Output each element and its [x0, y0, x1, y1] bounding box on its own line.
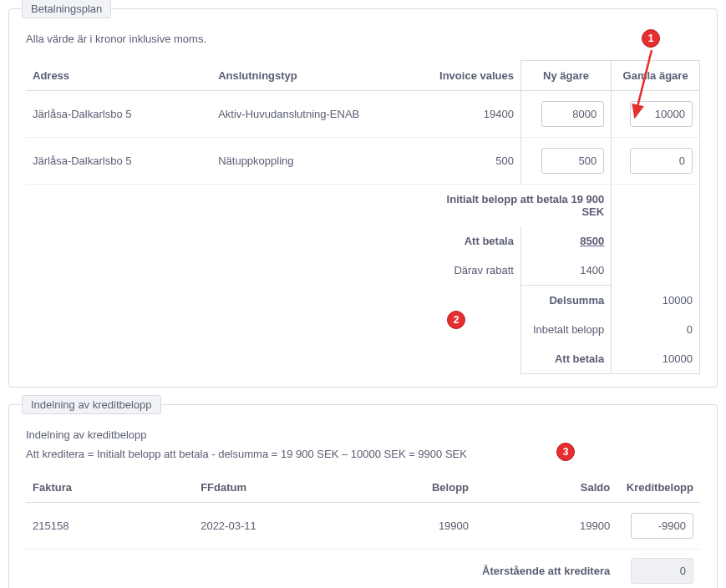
payment-plan-section: Betalningsplan Alla värde är i kronor in… — [8, 8, 718, 388]
cell-ny — [520, 91, 611, 138]
col-invoice-values: Invoice values — [415, 61, 521, 91]
col-ny-agare: Ny ägare — [520, 61, 611, 91]
inbetalt-label: Inbetalt belopp — [520, 315, 611, 344]
col-anslutningstyp: Anslutningstyp — [211, 61, 414, 91]
summary-delsumma: Delsumma 10000 — [26, 286, 700, 316]
cell-saldo: 19900 — [475, 503, 617, 550]
cell-faktura: 215158 — [26, 503, 194, 550]
summary-att-betala: Att betala 8500 — [26, 226, 700, 256]
cell-typ: Nätuppkoppling — [211, 138, 414, 185]
section-title: Indelning av kreditbelopp — [22, 395, 161, 414]
ny-agare-input[interactable] — [541, 148, 604, 174]
cell-typ: Aktiv-Huvudanslutning-ENAB — [211, 91, 414, 138]
summary-inbetalt: Inbetalt belopp 0 — [26, 315, 700, 344]
inbetalt-value: 0 — [612, 315, 700, 344]
summary-aterstaende: Återstående att kreditera — [26, 550, 700, 589]
col-adress: Adress — [26, 61, 211, 91]
credit-subtitle: Indelning av kreditbelopp — [26, 428, 700, 441]
cell-gamla — [612, 91, 700, 138]
credit-formula: Att kreditera = Initialt belopp att beta… — [26, 448, 700, 460]
section-subtext: Alla värde är i kronor inklusive moms. — [26, 33, 700, 45]
cell-ny — [520, 138, 611, 185]
annotation-badge-2: 2 — [447, 311, 465, 329]
credit-split-section: Indelning av kreditbelopp Indelning av k… — [8, 404, 718, 588]
att-betala-label: Att betala — [415, 226, 521, 256]
gamla-agare-input[interactable] — [630, 148, 693, 174]
cell-adress: Järlåsa-Dalkarlsbo 5 — [26, 138, 211, 185]
table-row: 215158 2022-03-11 19900 19900 — [26, 503, 700, 550]
col-kreditbelopp: Kreditbelopp — [617, 473, 700, 503]
att-betala2-label: Att betala — [520, 344, 611, 374]
section-title: Betalningsplan — [22, 0, 111, 18]
cell-invoice: 19400 — [415, 91, 521, 138]
aterstaende-input — [631, 558, 693, 584]
darav-label: Därav rabatt — [415, 256, 521, 286]
cell-gamla — [612, 138, 700, 185]
col-faktura: Faktura — [26, 473, 194, 503]
att-betala2-value: 10000 — [612, 344, 700, 374]
darav-value: 1400 — [520, 256, 611, 286]
col-belopp: Belopp — [378, 473, 475, 503]
col-ffdatum: FFdatum — [194, 473, 378, 503]
table-row: Järlåsa-Dalkarlsbo 5 Aktiv-Huvudanslutni… — [26, 91, 700, 138]
cell-adress: Järlåsa-Dalkarlsbo 5 — [26, 91, 211, 138]
delsumma-value: 10000 — [612, 286, 700, 316]
col-gamla-agare: Gamla ägare — [612, 61, 700, 91]
kreditbelopp-input[interactable] — [631, 513, 693, 539]
col-saldo: Saldo — [475, 473, 617, 503]
cell-belopp: 19900 — [378, 503, 475, 550]
payment-plan-table: Adress Anslutningstyp Invoice values Ny … — [26, 60, 700, 374]
cell-ffdatum: 2022-03-11 — [194, 503, 378, 550]
cell-kredit — [617, 503, 700, 550]
formula-text: Att kreditera = Initialt belopp att beta… — [26, 448, 467, 460]
summary-darav: Därav rabatt 1400 — [26, 256, 700, 286]
summary-att-betala-2: Att betala 10000 — [26, 344, 700, 374]
annotation-badge-3: 3 — [556, 443, 575, 461]
initial-label: Initialt belopp att betala 19 900 SEK — [415, 185, 612, 227]
cell-invoice: 500 — [415, 138, 521, 185]
aterstaende-cell — [617, 550, 700, 589]
table-row: Järlåsa-Dalkarlsbo 5 Nätuppkoppling 500 — [26, 138, 700, 185]
gamla-agare-input[interactable] — [630, 101, 693, 127]
aterstaende-label: Återstående att kreditera — [475, 550, 617, 589]
summary-initial: Initialt belopp att betala 19 900 SEK — [26, 185, 700, 227]
annotation-badge-1: 1 — [642, 29, 660, 48]
delsumma-label: Delsumma — [520, 286, 611, 316]
att-betala-value: 8500 — [520, 226, 611, 256]
credit-table: Faktura FFdatum Belopp Saldo Kreditbelop… — [26, 473, 700, 588]
ny-agare-input[interactable] — [541, 101, 604, 127]
